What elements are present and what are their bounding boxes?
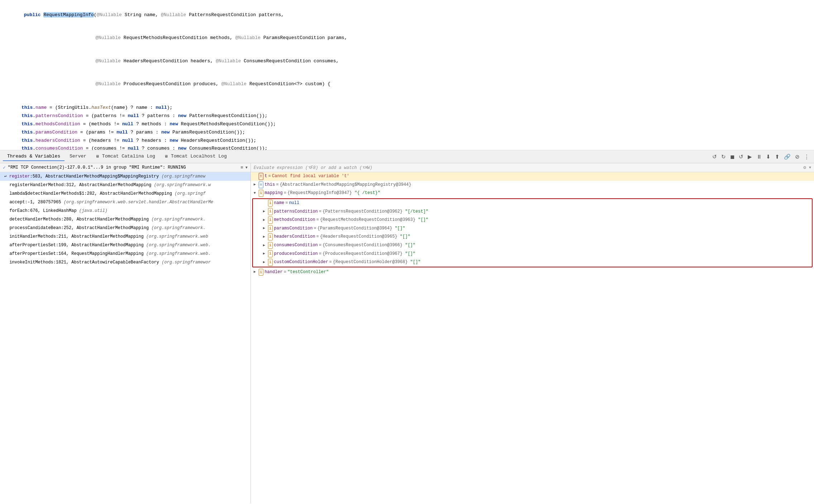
var-methods-icon: i [268,217,273,224]
step-out-btn[interactable]: ⬆ [773,152,781,161]
debug-panels: ✓ "RMI TCP Connection(2)-127.0.0.1"...9 … [0,163,814,503]
thread-item-init[interactable]: initHandlerMethods:211, AbstractHandlerM… [0,232,250,241]
var-params-icon: i [268,225,273,232]
thread-item-registerhandler[interactable]: registerHandlerMethod:312, AbstractHandl… [0,181,250,189]
var-this-icon: ≡ [259,181,263,189]
code-line-9: this.paramsCondition = (params != null ?… [0,129,814,137]
thread-item-foreach[interactable]: forEach:676, LinkedHashMap (java.util) [0,207,250,215]
tab-threads-variables[interactable]: Threads & Variables [3,152,64,161]
dropdown-icon[interactable]: ▼ [809,166,811,170]
check-icon: ✓ [3,165,6,170]
code-line-1: public RequestMappingInfo(@Nullable Stri… [0,4,814,26]
rerun-btn[interactable]: ↺ [737,152,745,161]
var-headers-icon: i [268,233,273,241]
thread-item-invoke[interactable]: invokeInitMethods:1821, AbstractAutowire… [0,258,250,267]
var-produces-condition[interactable]: ▶ i producesCondition = {ProducesRequest… [253,249,812,258]
var-consumes-icon: i [268,242,273,249]
code-line-5 [0,96,814,104]
var-mapping-icon: i [259,190,263,197]
eval-bar[interactable]: Evaluate expression (⌥F8) or add a watch… [251,163,814,172]
step-into-btn[interactable]: ⬇ [764,152,772,161]
step-over-btn[interactable]: ↻ [719,152,728,161]
active-thread-bar: ✓ "RMI TCP Connection(2)-127.0.0.1"...9 … [0,163,250,172]
stop-btn[interactable]: ◼ [728,152,736,161]
thread-list: ↩ register:583, AbstractHandlerMethodMap… [0,172,250,503]
var-produces-icon: i [268,250,273,257]
code-editor: public RequestMappingInfo(@Nullable Stri… [0,0,814,150]
var-methods-condition[interactable]: ▶ i methodsCondition = {RequestMethodsRe… [253,216,812,224]
play-btn[interactable]: ▶ [746,152,754,161]
var-patterns-icon: i [268,208,273,215]
var-handler-icon: i [259,269,263,276]
more-btn[interactable]: ⋮ [802,152,811,161]
var-custom-condition-holder[interactable]: ▶ i customConditionHolder = {RequestCond… [253,258,812,267]
thread-item-lambda[interactable]: lambda$detectHandlerMethods$1:282, Abstr… [0,189,250,198]
code-line-7: this.patternsCondition = (patterns != nu… [0,112,814,120]
clear-btn[interactable]: ⊘ [793,152,801,161]
pause-btn[interactable]: ⏸ [755,152,763,161]
var-mapping[interactable]: ▼ i mapping = {RequestMappingInfo@3947} … [251,189,814,198]
thread-item-afterprops1[interactable]: afterPropertiesSet:199, AbstractHandlerM… [0,241,250,249]
var-patterns-condition[interactable]: ▶ i patternsCondition = {PatternsRequest… [253,207,812,216]
thread-item-process[interactable]: processCandidateBean:252, AbstractHandle… [0,224,250,232]
tab-tomcat-catalina[interactable]: 🖥 Tomcat Catalina Log [91,152,159,161]
var-this[interactable]: ▶ ≡ this = {AbstractHandlerMethodMapping… [251,181,814,189]
eval-placeholder: Evaluate expression (⌥F8) or add a watch… [254,165,372,170]
var-consumes-condition[interactable]: ▶ i consumesCondition = {ConsumesRequest… [253,241,812,250]
var-error-icon: ! [259,173,263,180]
code-line-6: this.name = (StringUtils.hasText(name) ?… [0,104,814,112]
tab-tomcat-localhost[interactable]: 🖥 Tomcat Localhost Log [160,152,231,161]
threads-panel: ✓ "RMI TCP Connection(2)-127.0.0.1"...9 … [0,163,251,503]
thread-item-detect[interactable]: detectHandlerMethods:280, AbstractHandle… [0,215,250,224]
code-line-3: @Nullable HeadersRequestCondition header… [0,50,814,73]
var-error-t[interactable]: ! t = Cannot find local variable 't' [251,172,814,181]
var-name-field[interactable]: i name = null [253,199,812,208]
debug-toolbar: Threads & Variables Server 🖥 Tomcat Cata… [0,150,814,163]
settings-icon[interactable]: ⚙ [803,165,806,170]
code-line-8: this.methodsCondition = (methods != null… [0,120,814,129]
resume-btn[interactable]: ↺ [710,152,719,161]
var-name-icon: i [268,200,273,207]
mapping-children-box: i name = null ▶ i patternsCondition = {P… [252,198,813,267]
tab-server[interactable]: Server [65,152,91,161]
code-line-10: this.headersCondition = (headers != null… [0,137,814,145]
link-btn[interactable]: 🔗 [782,152,793,161]
code-line-11: this.consumesCondition = (consumes != nu… [0,145,814,150]
var-custom-icon: i [268,259,273,266]
thread-item-register[interactable]: ↩ register:583, AbstractHandlerMethodMap… [0,172,250,181]
var-headers-condition[interactable]: ▶ i headersCondition = {HeadersRequestCo… [253,233,812,241]
code-line-2: @Nullable RequestMethodsRequestCondition… [0,26,814,49]
thread-item-accept[interactable]: accept:-1, 280757965 (org.springframewor… [0,198,250,207]
var-handler[interactable]: ▶ i handler = "testController" [251,268,814,277]
thread-item-afterprops2[interactable]: afterPropertiesSet:164, RequestMappingHa… [0,249,250,258]
var-params-condition[interactable]: ▶ i paramsCondition = {ParamsRequestCond… [253,224,812,233]
variables-panel: Evaluate expression (⌥F8) or add a watch… [251,163,814,503]
active-thread-label: "RMI TCP Connection(2)-127.0.0.1"...9 in… [8,165,238,170]
dropdown-icon[interactable]: ▼ [245,166,248,170]
filter-icon[interactable]: ≡ [240,165,243,170]
var-tree: ! t = Cannot find local variable 't' ▶ ≡… [251,172,814,503]
code-line-4: @Nullable ProducesRequestCondition produ… [0,73,814,96]
